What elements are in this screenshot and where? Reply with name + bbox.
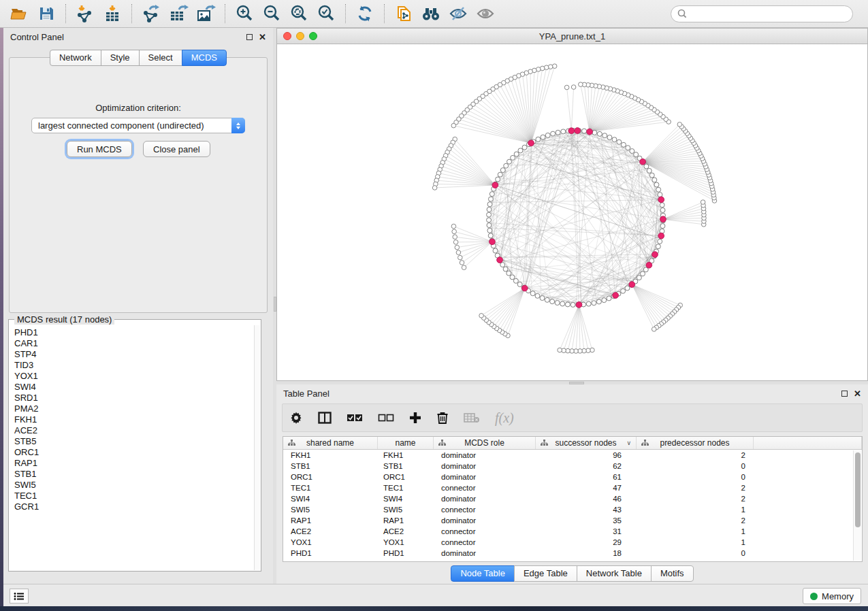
function-builder-icon[interactable]: f(x): [495, 409, 514, 427]
table-row[interactable]: TEC1TEC1connector472: [283, 482, 862, 493]
mcds-result-item[interactable]: FKH1: [14, 414, 254, 425]
control-panel-tabs: Network Style Select MCDS: [3, 50, 273, 66]
mcds-result-title: MCDS result (17 nodes): [14, 314, 114, 325]
table-toolbar: f(x): [282, 403, 863, 432]
memory-button[interactable]: Memory: [803, 588, 861, 604]
status-bar: Memory: [3, 584, 868, 606]
network-title: YPA_prune.txt_1: [277, 31, 867, 42]
table-row[interactable]: RAP1RAP1dominator352: [283, 515, 862, 526]
table-row[interactable]: ACE2ACE2connector311: [283, 526, 862, 537]
zoom-fit-icon[interactable]: [285, 2, 312, 25]
mcds-result-item[interactable]: STB1: [14, 469, 254, 480]
mcds-result-item[interactable]: TEC1: [14, 491, 254, 501]
table-row[interactable]: YOX1YOX1connector291: [283, 537, 862, 548]
table-row[interactable]: SWI4SWI4dominator462: [283, 493, 862, 504]
status-menu-button[interactable]: [10, 589, 29, 604]
mcds-result-item[interactable]: PMA2: [14, 403, 254, 414]
search-box: [671, 5, 853, 22]
splitter-grip[interactable]: [569, 382, 584, 384]
table-row[interactable]: ORC1ORC1dominator610: [283, 472, 862, 482]
mcds-result-list: PHD1CAR1STP4TID3YOX1SWI4SRD1PMA2FKH1ACE2…: [10, 325, 254, 570]
optimization-criterion-select[interactable]: largest connected component (undirected): [31, 118, 245, 133]
tab-network-table[interactable]: Network Table: [577, 565, 652, 582]
import-network-icon[interactable]: [71, 2, 99, 25]
tab-edge-table[interactable]: Edge Table: [514, 565, 577, 582]
column-header[interactable]: shared name: [283, 437, 378, 449]
app-body: Control Panel ✕ Optimization criterion: …: [3, 28, 868, 606]
save-session-icon[interactable]: [33, 2, 60, 25]
export-image-icon[interactable]: [192, 2, 219, 25]
splitter-grip[interactable]: [274, 297, 276, 312]
zoom-in-icon[interactable]: [231, 2, 258, 25]
mcds-result-item[interactable]: YOX1: [14, 371, 254, 382]
delete-rows-icon[interactable]: [436, 409, 449, 427]
scrollbar-thumb[interactable]: [855, 452, 861, 527]
main-toolbar: [0, 0, 868, 28]
close-panel-icon[interactable]: ✕: [259, 34, 266, 40]
close-panel-button[interactable]: Close panel: [143, 141, 210, 157]
tab-mcds[interactable]: MCDS: [182, 50, 227, 66]
export-network-icon[interactable]: [138, 2, 165, 25]
table-panel: Table Panel ✕: [276, 384, 868, 584]
table-row[interactable]: PHD1PHD1dominator180: [283, 548, 862, 559]
export-table-icon[interactable]: [165, 2, 192, 25]
import-table-icon[interactable]: [99, 2, 126, 25]
hide-selected-icon[interactable]: [445, 2, 472, 25]
table-scrollbar[interactable]: [853, 450, 861, 561]
tab-node-table[interactable]: Node Table: [451, 565, 515, 582]
table-row[interactable]: STB1STB1dominator620: [283, 461, 862, 472]
deselect-all-icon[interactable]: [378, 409, 394, 427]
column-header[interactable]: predecessor nodes: [637, 437, 754, 449]
mcds-result-group: MCDS result (17 nodes) PHD1CAR1STP4TID3Y…: [8, 319, 261, 572]
add-row-icon[interactable]: [409, 409, 421, 427]
mcds-result-item[interactable]: SWI4: [14, 382, 254, 393]
refresh-network-icon[interactable]: [351, 2, 379, 25]
float-panel-icon[interactable]: [246, 34, 253, 40]
tab-select[interactable]: Select: [139, 50, 182, 66]
search-binoculars-icon[interactable]: [417, 2, 445, 25]
optimization-criterion-label: Optimization criterion:: [10, 103, 267, 113]
zoom-out-icon[interactable]: [258, 2, 285, 25]
desktop-wallpaper-bottom: [0, 606, 868, 611]
table-row[interactable]: SWI5SWI5connector431: [283, 504, 862, 515]
network-canvas[interactable]: [277, 44, 867, 380]
mcds-result-item[interactable]: ACE2: [14, 425, 254, 436]
combo-stepper-icon: [231, 118, 245, 133]
show-all-eye-icon[interactable]: [472, 2, 499, 25]
tab-network[interactable]: Network: [50, 50, 101, 66]
select-all-icon[interactable]: [347, 409, 363, 427]
search-input[interactable]: [688, 7, 852, 20]
table-settings-icon[interactable]: [289, 409, 303, 427]
mcds-result-item[interactable]: PHD1: [14, 327, 254, 338]
column-header[interactable]: MCDS role: [434, 437, 536, 449]
mcds-result-item[interactable]: ORC1: [14, 447, 254, 458]
float-panel-icon[interactable]: [841, 391, 848, 397]
table-row[interactable]: FKH1FKH1dominator962: [283, 450, 862, 461]
mcds-result-item[interactable]: RAP1: [14, 458, 254, 469]
clone-network-icon[interactable]: [390, 2, 417, 25]
open-file-icon[interactable]: [5, 2, 33, 25]
table-header: shared namenameMCDS rolesuccessor nodes∨…: [283, 437, 862, 450]
tab-motifs[interactable]: Motifs: [651, 565, 694, 582]
column-header[interactable]: successor nodes∨: [536, 437, 637, 449]
mcds-result-item[interactable]: STP4: [14, 349, 254, 360]
mcds-result-item[interactable]: STB5: [14, 436, 254, 447]
tab-style[interactable]: Style: [101, 50, 140, 66]
zoom-selected-icon[interactable]: [312, 2, 340, 25]
list-icon: [14, 592, 25, 601]
delete-table-icon[interactable]: [464, 409, 480, 427]
run-mcds-button[interactable]: Run MCDS: [67, 141, 132, 157]
mcds-result-item[interactable]: TID3: [14, 360, 254, 371]
mcds-list-scrollbar[interactable]: [254, 325, 260, 570]
mcds-result-item[interactable]: SWI5: [14, 480, 254, 491]
close-panel-icon[interactable]: ✕: [854, 391, 861, 397]
show-columns-icon[interactable]: [318, 409, 332, 427]
mcds-result-item[interactable]: SRD1: [14, 393, 254, 403]
network-graph[interactable]: [432, 64, 716, 353]
network-titlebar[interactable]: YPA_prune.txt_1: [277, 29, 867, 44]
mcds-result-item[interactable]: GCR1: [14, 501, 254, 512]
toolbar-separator: [225, 4, 225, 23]
column-header[interactable]: name: [378, 437, 434, 449]
memory-status-icon: [810, 593, 818, 600]
mcds-result-item[interactable]: CAR1: [14, 338, 254, 349]
